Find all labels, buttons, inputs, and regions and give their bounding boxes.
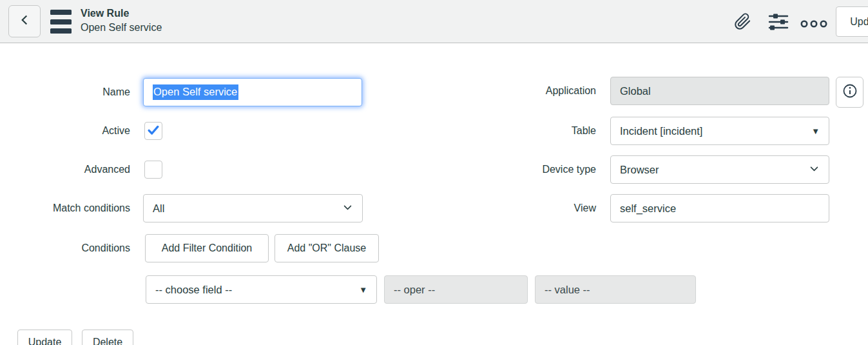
add-filter-condition-button[interactable]: Add Filter Condition [145,234,269,262]
value-field-disabled: -- value -- [535,275,696,304]
record-subtitle: Open Self service [81,21,162,35]
table-dropdown[interactable]: Incident [incident] ▼ [610,117,829,145]
active-label: Active [0,117,130,145]
chevron-down-icon [809,163,820,177]
hamburger-menu-icon[interactable] [50,10,72,34]
update-button[interactable]: Update [17,330,72,345]
more-options-icon [800,17,828,29]
view-rule-page: View Rule Open Self service [0,0,868,345]
view-value: self_service [620,202,676,215]
triangle-down-icon: ▼ [811,126,820,136]
device-type-value: Browser [620,164,659,176]
triangle-down-icon: ▼ [359,285,367,295]
choose-field-dropdown[interactable]: -- choose field -- ▼ [146,275,377,304]
device-type-select[interactable]: Browser [610,155,829,184]
paperclip-icon [734,13,751,30]
name-input-selected-text: Open Self service [153,84,238,100]
application-field-readonly: Global [610,77,829,105]
match-conditions-value: All [153,202,164,215]
table-value: Incident [incident] [620,125,702,137]
sliders-icon [767,11,789,33]
value-value: -- value -- [545,284,590,296]
checkmark-icon [146,123,160,139]
advanced-label: Advanced [0,155,130,184]
delete-button[interactable]: Delete [82,330,133,345]
table-label: Table [461,117,596,145]
chevron-down-icon [342,202,353,215]
info-icon [842,83,858,101]
application-label: Application [461,77,596,105]
name-input[interactable]: Open Self service [143,78,362,106]
name-label: Name [0,78,130,106]
operator-dropdown-disabled: -- oper -- [384,275,528,304]
back-button[interactable] [8,5,41,37]
conditions-label: Conditions [0,234,130,262]
personalize-form-button[interactable] [767,10,790,34]
header-update-button[interactable]: Update [836,6,868,37]
choose-field-value: -- choose field -- [155,284,232,296]
application-value: Global [620,85,651,97]
operator-value: -- oper -- [394,284,435,296]
device-type-label: Device type [461,155,596,184]
title-block: View Rule Open Self service [81,6,162,35]
view-label: View [461,194,596,222]
attachment-button[interactable] [733,12,752,31]
page-title: View Rule [81,6,162,21]
match-conditions-select[interactable]: All [143,194,363,222]
application-info-button[interactable] [836,77,863,108]
view-input[interactable]: self_service [610,194,829,222]
chevron-left-icon [18,14,31,29]
more-options-button[interactable] [799,17,829,30]
match-conditions-label: Match conditions [0,194,130,222]
advanced-checkbox[interactable] [144,161,162,179]
add-or-clause-button[interactable]: Add "OR" Clause [275,234,379,262]
header-bar: View Rule Open Self service [0,0,868,43]
active-checkbox[interactable] [144,122,162,140]
